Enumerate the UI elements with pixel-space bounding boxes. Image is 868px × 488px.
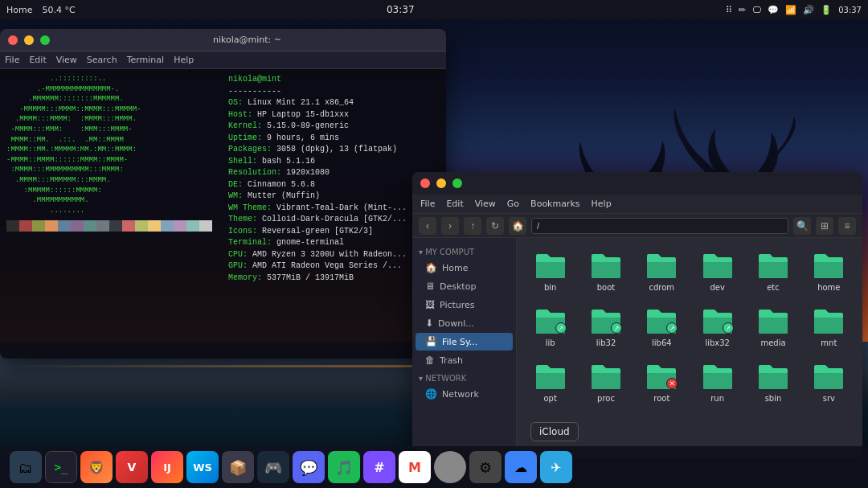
fm-close-btn[interactable] [420,178,430,188]
fm-item-opt[interactable]: opt [525,357,575,408]
dock-app6[interactable]: 📦 [222,451,254,483]
fm-home-btn[interactable]: 🏠 [509,217,526,235]
fm-menu-bookmarks[interactable]: Bookmarks [530,199,579,209]
fm-item-root[interactable]: ✕ root [637,357,687,408]
dock-steam[interactable]: 🎮 [257,451,289,483]
fm-minimize-btn[interactable] [436,178,446,188]
brave-dock-icon: 🦁 [88,460,104,475]
fm-maximize-btn[interactable] [452,178,462,188]
terminal-minimize-btn[interactable] [24,35,34,45]
fm-list-view-btn[interactable]: ≡ [838,217,856,235]
dock-settings[interactable]: ⚙ [469,451,502,483]
app6-dock-icon: 📦 [229,459,247,476]
fm-sidebar: ▾ My Comput 🏠 Home 🖥 Desktop 🖼 Pictures … [412,238,517,457]
pen-icon: ✏ [739,5,746,15]
fm-item-boot[interactable]: boot [580,246,631,297]
fm-menu-view[interactable]: View [475,199,496,209]
fm-menu-edit[interactable]: Edit [446,199,463,209]
fm-menu-file[interactable]: File [420,199,435,209]
terminal-menu-file[interactable]: File [5,55,19,65]
fm-item-home-label: home [817,283,840,292]
dock-icloud[interactable]: ☁ [505,451,537,483]
fm-menu-go[interactable]: Go [507,199,519,209]
terminal-menu-terminal[interactable]: Terminal [127,55,165,65]
fm-sidebar-downloads[interactable]: ⬇ Downl... [416,314,513,332]
fm-sidebar-network[interactable]: 🌐 Network [416,385,513,403]
dock-hashboard[interactable]: # [363,451,395,483]
icloud-dock-icon: ☁ [514,460,527,475]
dock-gmail[interactable]: M [399,451,431,483]
terminal-body[interactable]: ..:::::::::.. .-MMMMMMMMMMMMMMM-. .MMMMM… [0,69,446,359]
terminal-maximize-btn[interactable] [40,35,50,45]
fm-forward-btn[interactable]: › [441,217,459,235]
fm-grid-view-btn[interactable]: ⊞ [816,217,833,235]
fm-menu: File Edit View Go Bookmarks Help [412,195,862,214]
fm-back-btn[interactable]: ‹ [419,217,436,235]
dock-files[interactable]: 🗂 [10,451,42,483]
fm-item-lib32[interactable]: ↗ lib32 [580,301,631,352]
fm-item-bin[interactable]: bin [525,246,575,297]
dock-brave[interactable]: 🦁 [80,451,113,483]
fm-up-btn[interactable]: ↑ [464,217,481,235]
fm-item-lib64[interactable]: ↗ lib64 [637,301,687,352]
fm-section-network: ▾ Network [412,372,516,384]
filesystem-sidebar-icon: 💾 [425,336,437,347]
fm-reload-btn[interactable]: ↻ [486,217,504,235]
fm-sidebar-downloads-label: Downl... [438,318,474,329]
webstorm-dock-icon: WS [193,461,212,474]
dock-vivaldi[interactable]: V [116,451,148,483]
terminal-menu-help[interactable]: Help [174,55,194,65]
fm-item-etc[interactable]: etc [747,246,798,297]
fm-sidebar-desktop[interactable]: 🖥 Desktop [416,277,513,295]
icloud-tooltip: iCloud [530,422,579,441]
dock-telegram[interactable]: ✈ [540,451,572,483]
fm-item-lib[interactable]: ↗ lib [525,301,575,352]
fm-item-lib64-label: lib64 [652,338,672,347]
chat-icon: 💬 [768,5,779,15]
fm-sidebar-pictures-label: Pictures [440,300,475,310]
fm-sidebar-trash[interactable]: 🗑 Trash [416,351,513,369]
fm-toolbar: ‹ › ↑ ↻ 🏠 🔍 ⊞ ≡ [412,214,862,238]
temperature-label: 50.4 °C [42,5,75,15]
fm-search-btn[interactable]: 🔍 [793,217,811,235]
fm-item-mnt[interactable]: mnt [804,301,854,352]
fm-menu-help[interactable]: Help [592,199,612,209]
fm-sidebar-pictures[interactable]: 🖼 Pictures [416,296,513,314]
home-label[interactable]: Home [6,5,32,15]
dock-webstorm[interactable]: WS [186,451,219,483]
fm-item-home[interactable]: home [804,246,854,297]
fm-item-srv[interactable]: srv [804,357,854,408]
fm-item-libx32[interactable]: ↗ libx32 [692,301,743,352]
fm-item-libx32-label: libx32 [705,338,730,347]
fm-sidebar-network-label: Network [442,389,479,400]
terminal-menu-search[interactable]: Search [87,55,117,65]
fm-sidebar-filesystem[interactable]: 💾 File Sy... [416,333,513,351]
fm-item-media[interactable]: media [747,301,798,352]
fm-sidebar-home[interactable]: 🏠 Home [416,259,513,277]
home-sidebar-icon: 🏠 [425,262,437,273]
dock-spotify[interactable]: 🎵 [328,451,360,483]
dock-discord[interactable]: 💬 [293,451,325,483]
fm-item-bin-label: bin [544,283,556,292]
fm-item-sbin[interactable]: sbin [747,357,798,408]
terminal-title: nikola@mint: ~ [56,35,438,45]
fm-item-run[interactable]: run [692,357,743,408]
grid-icon[interactable]: ⠿ [726,5,732,15]
dock-intellij[interactable]: IJ [151,451,183,483]
fm-item-boot-label: boot [597,283,616,292]
fm-address-bar[interactable] [531,218,788,234]
fm-item-proc[interactable]: proc [580,357,631,408]
terminal-titlebar: nikola@mint: ~ [0,29,446,51]
terminal-close-btn[interactable] [8,35,18,45]
terminal-menu: File Edit View Search Terminal Help [0,51,446,69]
fm-item-dev[interactable]: dev [692,246,743,297]
terminal-menu-edit[interactable]: Edit [29,55,46,65]
dock-terminal[interactable]: >_ [45,451,77,483]
gmail-dock-icon: M [408,460,421,475]
trash-sidebar-icon: 🗑 [425,355,435,366]
terminal-menu-view[interactable]: View [56,55,77,65]
link-badge: ↗ [723,322,734,334]
dock-apple[interactable] [434,451,466,483]
network-sidebar-icon: 🌐 [425,388,437,400]
fm-item-cdrom[interactable]: cdrom [637,246,687,297]
